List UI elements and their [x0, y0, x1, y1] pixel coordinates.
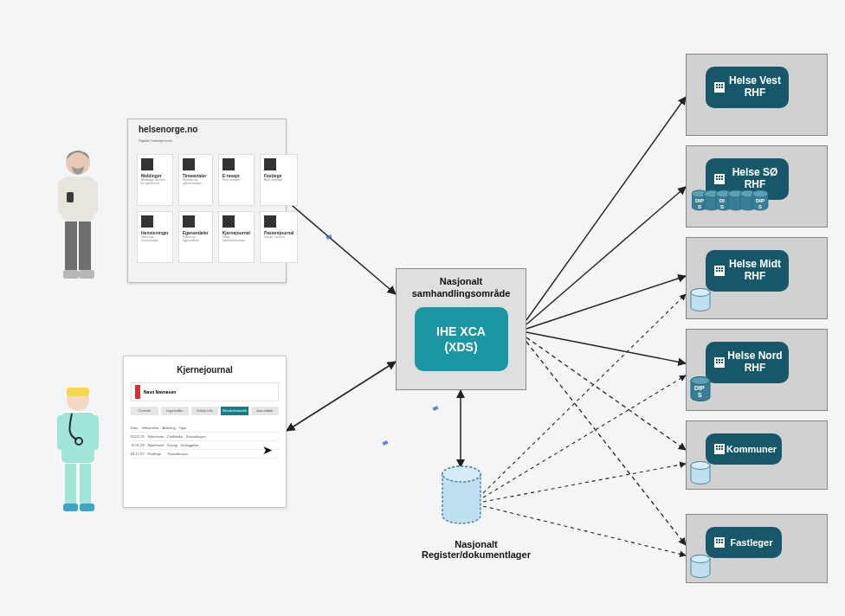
svg-rect-48 — [721, 178, 723, 180]
org-helse-so: Helse SØ RHF DIP S DI S DIP S — [686, 145, 828, 228]
svg-line-4 — [526, 187, 686, 324]
portal-tile[interactable]: PasientjournalInnsyn i journal — [260, 211, 298, 263]
svg-rect-90 — [721, 446, 723, 447]
portal-tile[interactable]: TimeavtalerOversikt og administrasjon — [178, 154, 213, 206]
svg-rect-91 — [716, 448, 718, 450]
svg-rect-45 — [721, 176, 723, 177]
portal-tile[interactable]: FastlegeBytte fastlege — [260, 154, 298, 206]
svg-rect-71 — [716, 270, 718, 272]
portal-tile[interactable]: HenvisningerStatus på henvisninger — [137, 211, 173, 263]
svg-line-0 — [287, 201, 396, 294]
artifact — [432, 406, 438, 411]
ihe-xca-core: IHE XCA (XDS) — [415, 307, 508, 371]
svg-rect-31 — [63, 504, 78, 511]
svg-text:DIP: DIP — [756, 198, 764, 203]
svg-rect-100 — [716, 542, 718, 543]
svg-rect-40 — [719, 87, 720, 88]
tab[interactable]: Journaldok. — [251, 407, 279, 415]
alert-bar-icon — [135, 385, 140, 399]
dips-dbs-icon: DIP S DI S DIP S — [692, 189, 822, 214]
svg-line-3 — [526, 97, 686, 320]
db-icon — [690, 461, 711, 485]
svg-rect-92 — [719, 448, 720, 450]
patient-header: Navn Navnesen — [131, 382, 279, 401]
table-row[interactable]: 15.01.23SykehusetKirurgiInnleggelse — [131, 441, 279, 450]
org-name-l2: RHF — [745, 270, 766, 282]
tab[interactable]: Legemidler — [161, 407, 189, 415]
portal-tile[interactable]: EgenandelerFrikort og egenandeler — [178, 211, 213, 263]
svg-rect-82 — [721, 362, 723, 363]
svg-rect-19 — [79, 221, 91, 270]
helsenorge-portal-title: helsenorge.no — [139, 125, 197, 134]
portal-tile[interactable]: E-reseptDine resepter — [218, 154, 255, 206]
org-name: Kommuner — [726, 444, 777, 454]
svg-rect-27 — [91, 415, 99, 450]
org-name: Fastleger — [731, 537, 773, 548]
org-fastleger: Fastleger — [686, 514, 828, 583]
svg-rect-78 — [719, 359, 720, 361]
org-badge: Helse Vest RHF — [706, 67, 789, 108]
svg-point-104 — [691, 555, 710, 563]
tab[interactable]: Oversikt — [131, 407, 158, 415]
svg-rect-79 — [721, 359, 723, 361]
building-icon — [713, 356, 726, 369]
db-icon — [690, 288, 711, 312]
artifact — [326, 234, 332, 240]
svg-rect-47 — [719, 178, 720, 180]
org-name-l2: RHF — [745, 362, 766, 374]
svg-text:DIP: DIP — [694, 385, 705, 391]
svg-rect-32 — [80, 504, 94, 511]
svg-rect-93 — [721, 448, 723, 450]
svg-rect-81 — [719, 362, 720, 363]
svg-rect-72 — [719, 270, 720, 272]
clinician-icon — [48, 386, 108, 516]
svg-rect-36 — [716, 84, 718, 86]
dips-cluster: DIP S DI S DIP S — [692, 189, 822, 214]
kjernejournal-tabs: Oversikt Legemidler Kritisk info Besøksh… — [131, 407, 279, 415]
tab[interactable]: Kritisk info — [191, 407, 219, 415]
hub-title-line1: Nasjonalt — [397, 276, 526, 286]
svg-rect-88 — [716, 446, 718, 447]
national-register-label: Nasjonalt Register/dokumentlager — [407, 539, 545, 560]
dips-db-icon: DIP S — [690, 376, 711, 402]
portal-tile[interactable]: MeldingerMeldinger og brev fra sykehuset — [137, 154, 173, 206]
svg-point-60 — [752, 190, 768, 197]
patient-icon — [48, 147, 108, 286]
svg-rect-44 — [719, 176, 720, 177]
svg-text:S: S — [720, 204, 724, 209]
svg-rect-101 — [719, 542, 720, 543]
org-name-l2: RHF — [745, 178, 766, 190]
national-interop-hub: Nasjonalt samhandlingsområde IHE XCA (XD… — [396, 268, 526, 390]
building-icon — [713, 442, 726, 456]
table-row[interactable]: 03.12.22FastlegeKonsultasjon — [131, 450, 279, 459]
kjernejournal-app-card: Kjernejournal Navn Navnesen Oversikt Leg… — [123, 356, 287, 508]
org-helse-vest: Helse Vest RHF — [686, 54, 828, 136]
kjernejournal-title: Kjernejournal — [177, 365, 232, 375]
svg-rect-18 — [65, 221, 77, 270]
mouse-cursor-icon: ➤ — [262, 443, 273, 457]
patient-name: Navn Navnesen — [144, 389, 176, 395]
portal-tile[interactable]: KjernejournalViktig helseinformasjon — [218, 211, 255, 263]
org-name-l1: Helse Midt — [729, 258, 781, 270]
svg-rect-97 — [716, 539, 718, 541]
table-row: DatoVirksomhetAvdelingType — [131, 424, 279, 433]
svg-rect-37 — [719, 84, 720, 86]
svg-rect-80 — [716, 362, 718, 363]
org-name-l1: Helse Vest — [729, 74, 781, 87]
svg-rect-68 — [716, 267, 718, 269]
svg-point-75 — [691, 289, 710, 297]
svg-rect-38 — [721, 84, 723, 86]
svg-text:S: S — [698, 392, 702, 398]
svg-rect-23 — [67, 388, 89, 396]
artifact — [382, 440, 388, 446]
org-badge: Helse Midt RHF — [706, 250, 789, 292]
table-row[interactable]: 01.02.23SykehusetPoliklinikkKonsultasjon — [131, 433, 279, 441]
svg-rect-69 — [719, 267, 720, 269]
svg-line-11 — [483, 464, 686, 502]
building-icon — [713, 80, 726, 94]
svg-text:DI: DI — [719, 198, 725, 203]
tab-active[interactable]: Besøkshistorikk — [221, 407, 248, 415]
svg-rect-73 — [721, 270, 723, 272]
helsenorge-portal-card: helsenorge.no Digitale helsetjenester Me… — [127, 119, 287, 283]
org-name-l1: Helse Nord — [727, 350, 782, 362]
